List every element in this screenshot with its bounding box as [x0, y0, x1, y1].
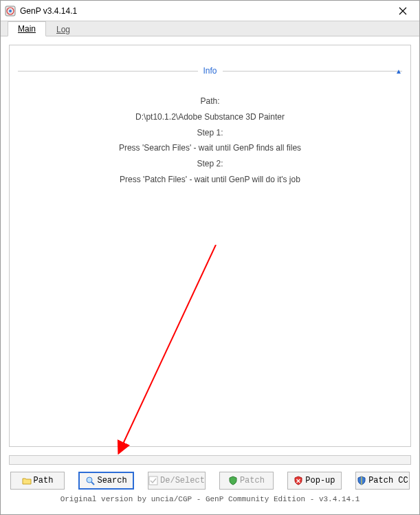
main-panel: Info ▲ Path: D:\pt10.1.2\Adobe Substance…	[9, 45, 411, 447]
svg-rect-6	[149, 476, 157, 485]
app-icon	[5, 6, 16, 17]
divider-right	[223, 71, 403, 72]
magnifier-icon	[85, 476, 95, 485]
divider-left	[18, 71, 198, 72]
shield-red-icon	[294, 476, 303, 485]
path-button-label: Path	[34, 476, 54, 485]
popup-button-label: Pop-up	[305, 476, 335, 485]
checkbox-icon	[148, 476, 158, 485]
path-value: D:\pt10.1.2\Adobe Substance 3D Painter	[10, 109, 410, 125]
svg-point-4	[87, 477, 92, 483]
close-button[interactable]	[389, 1, 417, 21]
info-body: Path: D:\pt10.1.2\Adobe Substance 3D Pai…	[10, 94, 410, 188]
info-header[interactable]: Info ▲	[18, 66, 402, 76]
step1-label: Step 1:	[10, 125, 410, 141]
titlebar: GenP v3.4.14.1	[1, 1, 419, 21]
step1-text: Press 'Search Files' - wait until GenP f…	[10, 140, 410, 156]
tab-strip: Main Log	[1, 21, 419, 36]
shield-blue-icon	[357, 476, 366, 485]
patchcc-button[interactable]: Patch CC	[355, 472, 410, 490]
footer-text: Original version by uncia/CGP - GenP Com…	[9, 490, 411, 506]
button-row: Path Search De/Select Patch	[9, 472, 411, 490]
shield-green-icon	[228, 476, 238, 485]
svg-line-5	[91, 482, 94, 485]
app-window: GenP v3.4.14.1 Main Log Info ▲ Path: D:\…	[0, 0, 420, 515]
tab-main[interactable]: Main	[8, 21, 46, 36]
svg-line-3	[120, 245, 216, 451]
folder-icon	[22, 476, 32, 485]
step2-label: Step 2:	[10, 156, 410, 172]
patch-button[interactable]: Patch	[219, 472, 274, 490]
window-title: GenP v3.4.14.1	[20, 6, 389, 16]
client-area: Info ▲ Path: D:\pt10.1.2\Adobe Substance…	[1, 36, 419, 514]
info-label: Info	[198, 66, 223, 76]
deselect-button[interactable]: De/Select	[148, 472, 206, 490]
deselect-button-label: De/Select	[160, 476, 205, 485]
chevron-up-icon: ▲	[395, 67, 402, 75]
svg-point-2	[9, 10, 12, 12]
popup-button[interactable]: Pop-up	[287, 472, 342, 490]
status-bar	[9, 455, 411, 465]
annotation-arrow	[113, 245, 223, 458]
path-button[interactable]: Path	[10, 472, 65, 490]
patchcc-button-label: Patch CC	[368, 476, 408, 485]
search-button-label: Search	[97, 476, 126, 485]
tab-log[interactable]: Log	[46, 22, 80, 36]
path-label: Path:	[10, 94, 410, 109]
step2-text: Press 'Patch Files' - wait until GenP wi…	[10, 172, 410, 188]
close-icon	[399, 7, 407, 15]
patch-button-label: Patch	[240, 476, 265, 485]
search-button[interactable]: Search	[78, 472, 134, 490]
